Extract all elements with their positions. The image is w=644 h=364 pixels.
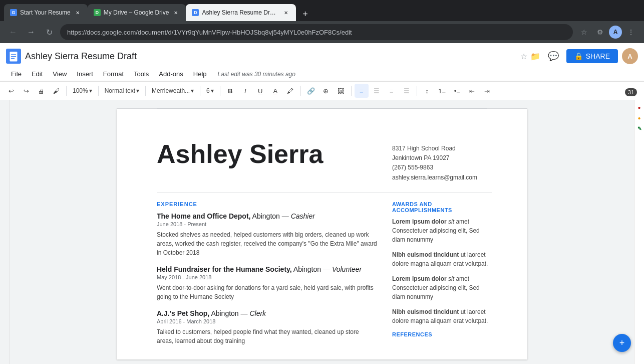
references-heading: REFERENCES bbox=[392, 331, 492, 337]
resume-contact: 8317 High School Road Jenkintown PA 1902… bbox=[392, 139, 492, 183]
right-icon-3[interactable]: ✎ bbox=[637, 126, 641, 131]
menu-tools[interactable]: Tools bbox=[129, 68, 154, 80]
docs-app: Ashley Sierra Resume Draft ☆ 📁 💬 🔒 SHARE… bbox=[0, 43, 644, 364]
print-button[interactable]: 🖨 bbox=[34, 84, 48, 98]
paint-format-button[interactable]: 🖌 bbox=[49, 84, 63, 98]
share-button[interactable]: 🔒 SHARE bbox=[566, 49, 618, 63]
right-panel: ● ● ✎ bbox=[634, 100, 644, 364]
style-chevron: ▾ bbox=[136, 87, 139, 94]
url-bar[interactable]: https://docs.google.com/document/d/1VYr9… bbox=[60, 24, 573, 40]
menu-edit[interactable]: Edit bbox=[27, 68, 48, 80]
comments-icon[interactable]: 💬 bbox=[544, 47, 562, 65]
underline-button[interactable]: U bbox=[253, 84, 267, 98]
align-left-button[interactable]: ≡ bbox=[355, 84, 369, 98]
user-avatar[interactable]: A bbox=[622, 48, 638, 64]
new-tab-button[interactable]: + bbox=[298, 7, 312, 21]
menu-addons[interactable]: Add-ons bbox=[154, 68, 188, 80]
bullet-list-button[interactable]: •≡ bbox=[450, 84, 464, 98]
doc-page[interactable]: Ashley Sierra 8317 High School Road Jenk… bbox=[117, 109, 527, 359]
folder-icon[interactable]: 📁 bbox=[530, 52, 540, 61]
undo-button[interactable]: ↩ bbox=[4, 84, 18, 98]
back-button[interactable]: ← bbox=[6, 25, 20, 39]
toolbar-sep-7 bbox=[351, 86, 352, 96]
floating-add-button[interactable]: + bbox=[613, 334, 631, 352]
tab-1[interactable]: G Start Your Resume ✕ bbox=[4, 4, 88, 21]
job-1-company: The Home and Office Depot, bbox=[157, 212, 250, 220]
resume-name: Ashley Sierra bbox=[157, 139, 392, 169]
right-icon-2[interactable]: ● bbox=[637, 115, 640, 121]
tab-2-close[interactable]: ✕ bbox=[172, 9, 180, 17]
contact-phone: (267) 555-9863 bbox=[392, 163, 492, 172]
zoom-dropdown[interactable]: 100% ▾ bbox=[70, 86, 95, 95]
menu-icon[interactable]: ⋮ bbox=[624, 25, 638, 39]
align-center-button[interactable]: ☰ bbox=[370, 84, 384, 98]
docs-menu-bar: File Edit View Insert Format Tools Add-o… bbox=[6, 67, 638, 81]
menu-insert[interactable]: Insert bbox=[72, 68, 98, 80]
award-4-bold: Nibh euismod tincidunt bbox=[392, 308, 459, 315]
add-button[interactable]: ⊕ bbox=[319, 84, 333, 98]
justify-button[interactable]: ☰ bbox=[400, 84, 414, 98]
bookmark-icon[interactable]: ☆ bbox=[577, 25, 591, 39]
fontsize-dropdown[interactable]: 6 ▾ bbox=[203, 86, 217, 95]
font-value: Merrieweath... bbox=[152, 87, 190, 94]
forward-button[interactable]: → bbox=[24, 25, 38, 39]
star-icon[interactable]: ☆ bbox=[520, 52, 527, 61]
image-button[interactable]: 🖼 bbox=[334, 84, 348, 98]
menu-format[interactable]: Format bbox=[98, 68, 129, 80]
tab-1-close[interactable]: ✕ bbox=[74, 9, 82, 17]
doc-title[interactable]: Ashley Sierra Resume Draft bbox=[25, 51, 516, 62]
job-2-desc: Went door-to-door asking for donations f… bbox=[157, 283, 377, 301]
toolbar-sep-2 bbox=[98, 86, 99, 96]
docs-header: Ashley Sierra Resume Draft ☆ 📁 💬 🔒 SHARE… bbox=[0, 43, 644, 81]
numbered-list-button[interactable]: 1≡ bbox=[435, 84, 449, 98]
toolbar-sep-1 bbox=[66, 86, 67, 96]
docs-title-icons: ☆ 📁 bbox=[520, 52, 540, 61]
menu-view[interactable]: View bbox=[48, 68, 72, 80]
tab-3-close[interactable]: ✕ bbox=[282, 9, 290, 17]
text-color-button[interactable]: A bbox=[268, 84, 282, 98]
italic-button[interactable]: I bbox=[238, 84, 252, 98]
award-1-italic: sit bbox=[448, 218, 454, 225]
extensions-icon[interactable]: ⚙ bbox=[593, 25, 607, 39]
style-dropdown[interactable]: Normal text ▾ bbox=[102, 86, 142, 95]
menu-help[interactable]: Help bbox=[188, 68, 212, 80]
awards-heading: AWARDS AND ACCOMPLISHMENTS bbox=[392, 201, 492, 213]
doc-scroll[interactable]: 1 2 3 4 5 Ashley Sierra 8317 High School… bbox=[10, 100, 634, 364]
font-dropdown[interactable]: Merrieweath... ▾ bbox=[149, 86, 197, 95]
indent-less-button[interactable]: ⇤ bbox=[465, 84, 479, 98]
redo-button[interactable]: ↪ bbox=[19, 84, 33, 98]
tab-2[interactable]: D My Drive – Google Drive ✕ bbox=[88, 4, 186, 21]
line-spacing-button[interactable]: ↕ bbox=[420, 84, 434, 98]
link-button[interactable]: 🔗 bbox=[304, 84, 318, 98]
lock-icon: 🔒 bbox=[574, 52, 583, 60]
tab-3[interactable]: D Ashley Sierra Resume Draft – ✕ bbox=[186, 4, 296, 21]
last-edit-text: Last edit was 30 minutes ago bbox=[218, 71, 295, 78]
profile-avatar[interactable]: A bbox=[609, 26, 622, 39]
award-3: Lorem ipsum dolor sit amet Consectetuer … bbox=[392, 274, 492, 301]
experience-heading: EXPERIENCE bbox=[157, 201, 377, 207]
svg-rect-4 bbox=[11, 58, 15, 59]
menu-file[interactable]: File bbox=[6, 68, 27, 80]
reload-button[interactable]: ↻ bbox=[42, 25, 56, 39]
bold-button[interactable]: B bbox=[223, 84, 237, 98]
browser-icons: ☆ ⚙ A ⋮ bbox=[577, 25, 638, 39]
right-icon-1[interactable]: ● bbox=[637, 105, 640, 110]
highlight-button[interactable]: 🖍 bbox=[283, 84, 297, 98]
doc-sidebar: AWARDS AND ACCOMPLISHMENTS Lorem ipsum d… bbox=[392, 201, 492, 353]
tab-3-favicon: D bbox=[192, 9, 199, 16]
docs-toolbar: ↩ ↪ 🖨 🖌 100% ▾ Normal text ▾ Merrieweath… bbox=[0, 81, 644, 100]
toolbar-sep-5 bbox=[220, 86, 220, 96]
section-divider bbox=[157, 193, 492, 193]
job-1-role: Cashier bbox=[291, 212, 315, 220]
tab-1-favicon: G bbox=[10, 9, 17, 16]
contact-address: 8317 High School Road bbox=[392, 144, 492, 153]
job-2-company: Held Fundraiser for the Humane Society, bbox=[157, 265, 292, 273]
award-4: Nibh euismod tincidunt ut laoreet dolore… bbox=[392, 307, 492, 325]
docs-title-row: Ashley Sierra Resume Draft ☆ 📁 💬 🔒 SHARE… bbox=[6, 45, 638, 67]
align-right-button[interactable]: ≡ bbox=[385, 84, 399, 98]
indent-more-button[interactable]: ⇥ bbox=[480, 84, 494, 98]
zoom-value: 100% bbox=[73, 87, 88, 94]
font-chevron: ▾ bbox=[191, 87, 194, 94]
page-number-badge: 31 bbox=[625, 88, 637, 96]
job-1-title: The Home and Office Depot, Abington — Ca… bbox=[157, 212, 377, 220]
